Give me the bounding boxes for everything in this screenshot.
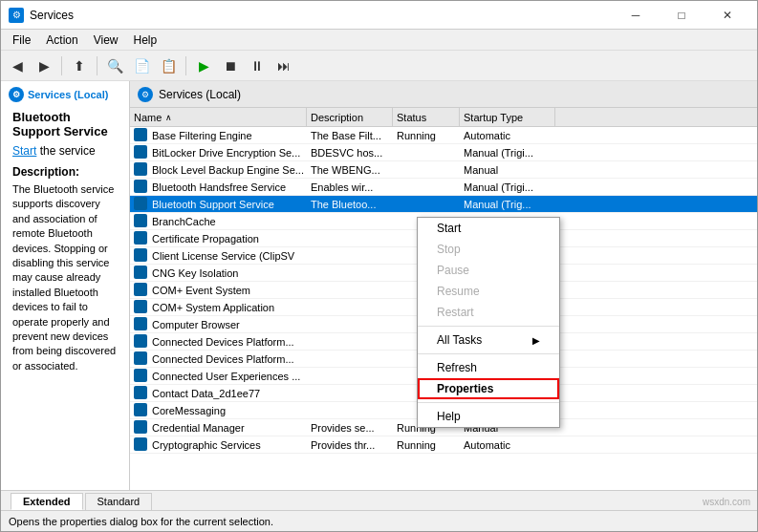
row-desc-cell: [307, 402, 393, 418]
row-name-cell: Connected Devices Platform...: [130, 333, 307, 350]
properties-button[interactable]: 📋: [156, 53, 181, 78]
context-item-stop: Stop: [418, 239, 559, 260]
col-header-desc[interactable]: Description: [307, 108, 393, 126]
pause-service-button[interactable]: ⏸: [245, 53, 270, 78]
forward-button[interactable]: ▶: [32, 53, 56, 78]
context-item-properties[interactable]: Properties: [418, 378, 559, 399]
service-row-icon: [134, 266, 149, 281]
service-row-icon: [134, 283, 149, 298]
context-item-refresh[interactable]: Refresh: [418, 357, 559, 378]
service-row-icon: [134, 300, 149, 315]
service-row-icon: [134, 386, 149, 401]
col-header-name[interactable]: Name ∧: [130, 108, 307, 126]
back-button[interactable]: ◀: [5, 53, 30, 78]
service-row-icon: [134, 231, 149, 246]
service-row-icon: [134, 248, 149, 264]
menu-bar: File Action View Help: [1, 30, 757, 51]
context-item-all-tasks[interactable]: All Tasks▶: [418, 330, 559, 351]
table-row[interactable]: Bluetooth Handsfree ServiceEnables wir..…: [130, 179, 757, 196]
service-description-text: The Bluetooth service supports discovery…: [12, 182, 118, 373]
sidebar-header: ⚙ Services (Local): [5, 85, 125, 104]
main-window: ⚙ Services ─ □ ✕ File Action View Help ◀…: [0, 0, 758, 532]
col-header-startup[interactable]: Startup Type: [460, 108, 555, 126]
export-button[interactable]: 📄: [129, 53, 154, 78]
table-row[interactable]: Base Filtering EngineThe Base Filt...Run…: [130, 127, 757, 144]
row-desc-cell: [307, 230, 393, 246]
row-startup-cell: Manual (Trigi...: [460, 179, 555, 195]
row-status-cell: [393, 196, 460, 212]
row-name-cell: Client License Service (ClipSV: [130, 247, 307, 264]
tab-standard[interactable]: Standard: [85, 493, 153, 510]
maximize-button[interactable]: □: [660, 1, 704, 30]
row-desc-cell: [307, 299, 393, 315]
app-icon: ⚙: [9, 8, 24, 23]
context-menu: StartStopPauseResumeRestartAll Tasks▶Ref…: [417, 217, 560, 428]
panel-header-icon: ⚙: [138, 87, 153, 102]
table-row[interactable]: Block Level Backup Engine Se...The WBENG…: [130, 161, 757, 179]
window-title: Services: [30, 9, 614, 22]
row-status-cell: Running: [393, 436, 460, 453]
menu-file[interactable]: File: [5, 32, 38, 49]
row-name-cell: COM+ Event System: [130, 282, 307, 298]
col-header-status[interactable]: Status: [393, 108, 460, 126]
service-row-icon: [134, 351, 149, 367]
service-row-icon: [134, 128, 149, 143]
restart-service-button[interactable]: ⏭: [271, 53, 296, 78]
row-startup-cell: Manual (Trigi...: [460, 144, 555, 160]
submenu-arrow-icon: ▶: [532, 335, 540, 346]
row-status-cell: [393, 161, 460, 178]
row-name-cell: Bluetooth Support Service: [130, 196, 307, 212]
menu-help[interactable]: Help: [126, 32, 165, 49]
row-name-cell: BranchCache: [130, 213, 307, 229]
row-desc-cell: BDESVC hos...: [307, 144, 393, 160]
context-item-resume: Resume: [418, 281, 559, 302]
row-desc-cell: Provides se...: [307, 419, 393, 436]
service-row-icon: [134, 420, 149, 436]
menu-view[interactable]: View: [86, 32, 126, 49]
context-separator: [418, 326, 559, 327]
table-row[interactable]: Bluetooth Support ServiceThe Bluetoo...M…: [130, 196, 757, 213]
main-content: ⚙ Services (Local) Bluetooth Support Ser…: [1, 81, 757, 490]
row-desc-cell: The Base Filt...: [307, 127, 393, 143]
service-description-label: Description:: [12, 165, 118, 179]
row-startup-cell: Manual (Trig...: [460, 196, 555, 212]
row-desc-cell: The Bluetoo...: [307, 196, 393, 212]
minimize-button[interactable]: ─: [614, 1, 658, 30]
service-row-icon: [134, 145, 149, 160]
row-startup-cell: Automatic: [460, 127, 555, 143]
service-start-link[interactable]: Start: [12, 144, 36, 158]
table-row[interactable]: Cryptographic ServicesProvides thr...Run…: [130, 436, 757, 454]
row-desc-cell: [307, 213, 393, 229]
row-status-cell: [393, 144, 460, 160]
context-item-start[interactable]: Start: [418, 218, 559, 239]
service-row-icon: [134, 437, 149, 453]
tabs-row: ExtendedStandard: [1, 491, 757, 510]
show-hide-button[interactable]: 🔍: [102, 53, 127, 78]
menu-action[interactable]: Action: [38, 32, 85, 49]
close-button[interactable]: ✕: [705, 1, 749, 30]
table-row[interactable]: BitLocker Drive Encryption Se...BDESVC h…: [130, 144, 757, 161]
start-service-button[interactable]: ▶: [191, 53, 216, 78]
panel-header-label: Services (Local): [159, 88, 241, 101]
row-desc-cell: The WBENG...: [307, 161, 393, 178]
service-row-icon: [134, 403, 149, 418]
service-row-icon: [134, 214, 149, 229]
up-button[interactable]: ⬆: [67, 53, 92, 78]
services-panel: ⚙ Services (Local) Name ∧ Description St…: [130, 81, 757, 490]
stop-service-button[interactable]: ⏹: [218, 53, 243, 78]
row-status-cell: [393, 179, 460, 195]
row-name-cell: BitLocker Drive Encryption Se...: [130, 144, 307, 160]
row-name-cell: Connected Devices Platform...: [130, 351, 307, 367]
row-desc-cell: [307, 282, 393, 298]
row-name-cell: COM+ System Application: [130, 299, 307, 315]
row-name-cell: CoreMessaging: [130, 402, 307, 418]
row-desc-cell: Enables wir...: [307, 179, 393, 195]
context-item-help[interactable]: Help: [418, 406, 559, 427]
status-bar: Opens the properties dialog box for the …: [1, 510, 757, 531]
row-name-cell: Base Filtering Engine: [130, 127, 307, 143]
toolbar-sep-3: [185, 56, 186, 75]
watermark: wsxdn.com: [703, 497, 750, 507]
tab-extended[interactable]: Extended: [11, 493, 83, 510]
row-name-cell: Bluetooth Handsfree Service: [130, 179, 307, 195]
row-desc-cell: [307, 265, 393, 281]
